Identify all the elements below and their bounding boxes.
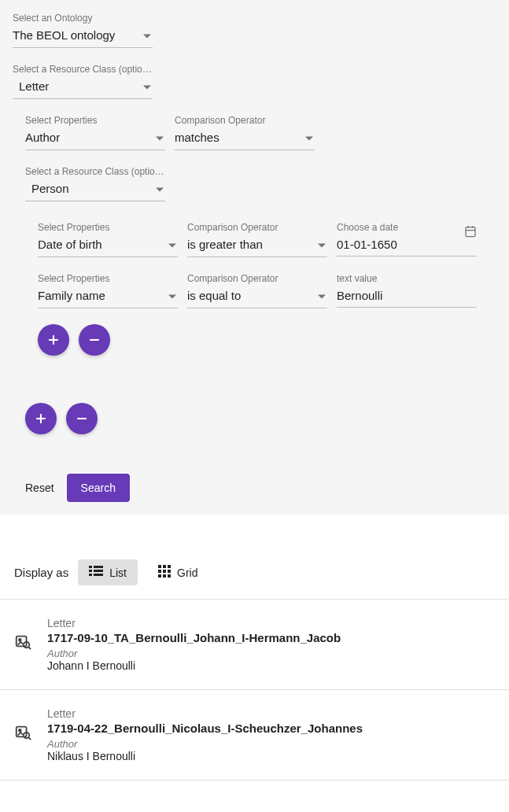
property-row-author: Select Properties Author Comparison Oper…: [13, 115, 496, 150]
operator-label: Comparison Operator: [187, 273, 327, 284]
image-search-icon: [14, 723, 31, 744]
display-as-label: Display as: [14, 566, 68, 579]
value-col: Choose a date: [337, 222, 477, 257]
nested-resource-class-select[interactable]: Person: [25, 179, 165, 201]
nested-resource-class-label: Select a Resource Class (optio…: [25, 166, 165, 177]
operator-select-gt[interactable]: is greater than: [187, 234, 327, 257]
chevron-down-icon: [305, 137, 313, 141]
property-col: Select Properties Family name: [38, 273, 178, 308]
nested-resource-class-value: Person: [25, 182, 69, 195]
display-bar: Display as List Grid: [0, 546, 509, 600]
property-col: Select Properties Author: [25, 115, 165, 150]
chevron-down-icon: [143, 86, 151, 90]
resource-class-select[interactable]: Letter: [13, 76, 153, 99]
operator-label: Comparison Operator: [175, 115, 315, 126]
svg-rect-10: [89, 566, 92, 568]
chevron-down-icon: [168, 244, 176, 248]
list-view-button[interactable]: List: [78, 559, 138, 585]
remove-property-button[interactable]: [79, 324, 110, 356]
property-value: Family name: [38, 289, 105, 302]
list-icon: [89, 566, 103, 579]
ontology-label: Select an Ontology: [13, 13, 496, 24]
calendar-icon[interactable]: [464, 225, 477, 241]
property-select-dob[interactable]: Date of birth: [38, 234, 178, 257]
resource-class-value: Letter: [13, 79, 49, 93]
resource-class-label: Select a Resource Class (optio…: [13, 64, 153, 75]
result-meta-value: Niklaus I Bernoulli: [47, 750, 495, 762]
operator-col: Comparison Operator matches: [175, 115, 315, 150]
chevron-down-icon: [143, 35, 151, 39]
result-title: 1717-09-10_TA_Bernoulli_Johann_I-Hermann…: [47, 631, 495, 644]
svg-rect-24: [168, 574, 171, 578]
result-type: Letter: [47, 707, 495, 720]
search-button[interactable]: Search: [67, 474, 130, 502]
svg-line-28: [28, 647, 31, 649]
operator-select-eq[interactable]: is equal to: [187, 286, 327, 308]
svg-rect-11: [94, 566, 103, 568]
svg-line-32: [28, 737, 31, 740]
property-value: Author: [25, 131, 60, 144]
svg-rect-15: [94, 574, 103, 576]
result-meta-label: Author: [47, 648, 495, 659]
operator-value: is equal to: [187, 289, 241, 302]
results-list: Letter 1717-09-10_TA_Bernoulli_Johann_I-…: [0, 600, 509, 781]
grid-view-button[interactable]: Grid: [147, 559, 208, 586]
value-label: Choose a date: [337, 222, 477, 233]
chevron-down-icon: [156, 188, 164, 192]
property-label: Select Properties: [38, 273, 178, 284]
svg-rect-14: [89, 574, 92, 576]
operator-select-matches[interactable]: matches: [175, 127, 315, 150]
property-row-date: Select Properties Date of birth Comparis…: [13, 222, 496, 257]
svg-rect-21: [168, 570, 171, 573]
result-type: Letter: [47, 617, 495, 629]
grid-label: Grid: [177, 567, 197, 579]
chevron-down-icon: [318, 295, 326, 299]
remove-resource-button[interactable]: [66, 403, 98, 434]
svg-rect-22: [158, 574, 161, 578]
result-body: Letter 1717-09-10_TA_Bernoulli_Johann_I-…: [47, 617, 495, 672]
svg-rect-18: [168, 565, 171, 568]
svg-point-26: [19, 639, 21, 641]
result-title: 1719-04-22_Bernoulli_Nicolaus_I-Scheuchz…: [47, 722, 495, 735]
svg-point-30: [19, 729, 21, 732]
chevron-down-icon: [318, 244, 326, 248]
image-search-icon: [14, 633, 31, 653]
ontology-select[interactable]: The BEOL ontology: [13, 25, 153, 48]
svg-rect-20: [163, 570, 166, 573]
svg-rect-0: [466, 227, 475, 237]
property-label: Select Properties: [25, 115, 165, 126]
result-meta-label: Author: [47, 738, 495, 750]
add-resource-button[interactable]: [25, 403, 57, 434]
result-item[interactable]: Letter 1717-09-10_TA_Bernoulli_Johann_I-…: [0, 600, 509, 690]
add-property-button[interactable]: [38, 324, 69, 356]
operator-value: matches: [175, 131, 219, 144]
outer-fab-row: [13, 403, 496, 434]
svg-rect-12: [89, 570, 92, 572]
result-body: Letter 1719-04-22_Bernoulli_Nicolaus_I-S…: [47, 707, 495, 762]
svg-rect-23: [163, 574, 166, 578]
value-col: text value: [337, 273, 477, 308]
action-row: Reset Search: [13, 474, 496, 502]
text-value-input[interactable]: [337, 286, 477, 308]
chevron-down-icon: [168, 295, 176, 299]
nested-resource-class-field: Select a Resource Class (optio… Person: [13, 166, 496, 201]
value-label: text value: [337, 273, 477, 284]
property-row-familyname: Select Properties Family name Comparison…: [13, 273, 496, 308]
svg-rect-13: [94, 570, 103, 572]
property-select-author[interactable]: Author: [25, 127, 165, 150]
property-select-familyname[interactable]: Family name: [38, 286, 178, 308]
operator-col: Comparison Operator is greater than: [187, 222, 327, 257]
result-item[interactable]: Letter 1719-04-22_Bernoulli_Nicolaus_I-S…: [0, 690, 509, 781]
reset-button[interactable]: Reset: [25, 482, 54, 494]
date-input[interactable]: [337, 234, 477, 257]
search-form: Select an Ontology The BEOL ontology Sel…: [0, 0, 509, 515]
grid-icon: [158, 565, 171, 580]
property-label: Select Properties: [38, 222, 178, 233]
operator-col: Comparison Operator is equal to: [187, 273, 327, 308]
property-value: Date of birth: [38, 238, 102, 251]
svg-rect-17: [163, 565, 166, 568]
svg-rect-19: [158, 570, 161, 573]
result-meta-value: Johann I Bernoulli: [47, 659, 495, 672]
inner-fab-row: [13, 324, 496, 356]
list-label: List: [109, 567, 127, 579]
